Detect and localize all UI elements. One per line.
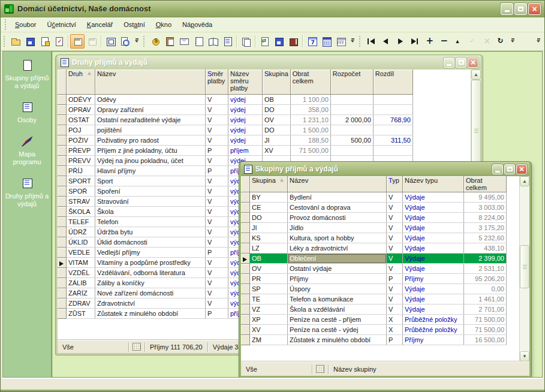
cell[interactable]: 2 701,00 [464,304,507,315]
cell[interactable]: Úklid domácnosti [95,237,206,247]
table-row[interactable]: JIJídloVVýdaje3 175,20 [241,223,507,233]
nav-last-icon[interactable] [407,34,421,49]
column-header[interactable]: Rozpočet [330,70,373,94]
cell[interactable]: VITAM [67,257,95,267]
cell[interactable]: Kultura, sport a hobby [288,233,387,243]
cell[interactable]: ZÁLIB [67,278,95,288]
cell[interactable]: V [206,216,228,227]
cell[interactable]: ZM [250,335,288,345]
cell[interactable]: PR [250,274,288,284]
column-header[interactable]: Rozdíl [373,70,412,94]
table-row[interactable]: PŘEVPPříjem z jiné pokladny, účtuPpříjem… [58,145,412,155]
nav-first-icon[interactable] [364,34,378,49]
cell[interactable]: V [387,243,403,254]
cell[interactable]: PŘEVP [67,145,95,155]
scroll-down-icon[interactable]: ▼ [520,351,529,361]
close-button[interactable]: × [528,3,541,15]
cell[interactable]: Cestování a doprava [288,203,387,213]
cell[interactable]: Výdaje [403,192,464,203]
row-indicator[interactable] [58,257,67,267]
cell[interactable]: Výdaje [403,223,464,233]
cell[interactable]: OV [263,114,291,125]
cell[interactable]: ZŮST [67,308,95,318]
cell[interactable]: Oděvy [95,94,206,104]
cell[interactable]: SPORT [67,176,95,186]
cell[interactable]: V [206,94,228,104]
row-indicator[interactable] [241,203,250,213]
cell[interactable]: TE [250,294,288,304]
cell[interactable]: KS [250,233,288,243]
cell[interactable]: Jídlo [288,223,387,233]
row-indicator[interactable] [58,298,67,308]
cell[interactable]: Výdaje [403,233,464,243]
cell[interactable]: 3 003,00 [464,203,507,213]
nav-next-icon[interactable] [393,34,407,49]
row-indicator[interactable] [241,294,250,304]
cell[interactable]: V [206,288,228,298]
cell[interactable]: DO [263,104,291,114]
window2-titlebar[interactable]: Skupiny příjmů a výdajů × [241,162,529,176]
cell[interactable]: SP [250,284,288,294]
table-row[interactable]: OSTATOstatní nezařaditelné výdajeVvýdejO… [58,114,412,125]
cell[interactable]: VEDLE [67,247,95,257]
cell[interactable]: Škola a vzdělávání [288,304,387,315]
cell[interactable]: V [387,203,403,213]
cell[interactable]: 71 500,00 [290,145,330,155]
cell[interactable]: Peníze na cestě - příjem [288,315,387,325]
table-row[interactable]: XPPeníze na cestě - příjemXPrůběžné polo… [241,315,507,325]
paste-icon[interactable] [162,34,177,49]
column-header[interactable]: Obrat celkem [464,176,507,192]
cell[interactable] [373,145,412,155]
cell[interactable]: XV [250,325,288,335]
table-row[interactable]: TETelefon a komunikaceVVýdaje1 461,00 [241,294,507,304]
window1-close-button[interactable]: × [468,58,478,68]
cell[interactable]: 3 175,20 [464,223,507,233]
table-row[interactable]: ODĚVYOděvyVvýdejOB1 100,00 [58,94,412,104]
cell[interactable]: VZ [250,304,288,315]
cell[interactable]: 438,10 [464,243,507,254]
toolbar-grip[interactable] [3,36,6,47]
window1-titlebar[interactable]: Druhy příjmů a výdajů × [58,55,481,70]
cell[interactable]: X [387,325,403,335]
cell[interactable]: V [206,186,228,196]
cell[interactable]: 16 500,00 [464,335,507,345]
window2-scroll-thumb[interactable] [520,245,529,288]
column-header[interactable]: Obrat celkem [290,70,330,94]
confirm-icon[interactable] [465,34,479,49]
cell[interactable]: XV [263,145,291,155]
row-indicator[interactable] [58,94,67,104]
column-header[interactable]: ▲Skupina [250,176,288,192]
cell[interactable]: 8 224,00 [464,213,507,223]
maximize-button[interactable] [514,3,527,15]
column-header[interactable]: Název [288,176,387,192]
row-indicator[interactable] [58,196,67,206]
cell[interactable]: V [387,264,403,274]
cell[interactable]: Provoz domácnosti [288,213,387,223]
minimize-button[interactable] [501,3,513,15]
window-maximize-icon[interactable] [103,34,118,49]
cell[interactable]: V [206,155,228,165]
cell[interactable]: V [206,227,228,237]
cell[interactable] [330,145,373,155]
cell[interactable]: Ostatní výdaje [288,264,387,274]
app-titlebar[interactable]: Domácí účetnictví, Naše domácnost × [1,1,544,17]
cell[interactable]: 1 500,00 [290,125,330,135]
column-header[interactable]: Typ [387,176,403,192]
row-indicator[interactable] [241,325,250,335]
sidebar-item-druhy-prijmu-a-vydaju[interactable]: Druhy příjmů a výdajů [3,178,51,208]
row-indicator[interactable] [58,125,67,135]
cell[interactable] [330,125,373,135]
cell[interactable]: 1 461,00 [464,294,507,304]
window-icon[interactable] [85,34,99,49]
table-row[interactable]: OVOstatní výdajeVVýdaje2 531,10 [241,264,507,274]
cell[interactable]: Zdravotnictví [95,298,206,308]
cell[interactable]: výdej [228,135,263,145]
cell[interactable]: Záliby a koníčky [95,278,206,288]
column-header[interactable]: Název typu [403,176,464,192]
properties-icon[interactable] [37,34,52,49]
row-indicator[interactable] [58,237,67,247]
cell[interactable]: X [387,315,403,325]
table-row[interactable]: BYBydleníVVýdaje9 495,00 [241,192,507,203]
refresh-icon[interactable] [493,34,508,49]
add-icon[interactable] [421,34,436,49]
